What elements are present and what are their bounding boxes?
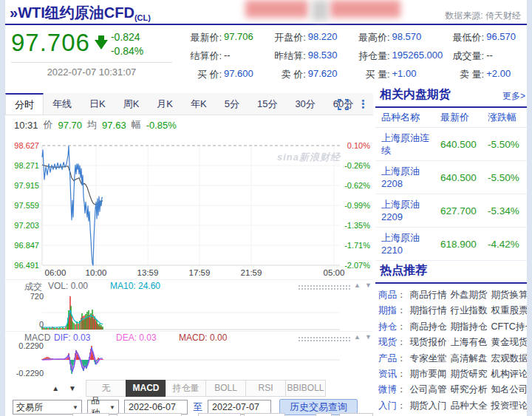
chart-period-tabbar: 分时年线日K周K月K年K5分15分30分60分 ⋮ [5, 93, 373, 115]
hot-category-link[interactable]: 现货 [378, 335, 397, 350]
field-label: 结算价: [180, 50, 222, 63]
indicator-tab-BBIBOLL[interactable]: BBIBOLL [285, 380, 326, 397]
variety-select[interactable]: 品种 ▼ [87, 400, 119, 415]
tab-周K[interactable]: 周K [115, 93, 149, 115]
indicator-tab-RSI[interactable]: RSI [245, 380, 286, 397]
tab-月K[interactable]: 月K [148, 93, 182, 115]
indicator-tab-持仓量[interactable]: 持仓量 [166, 380, 206, 397]
chart-menu-kebab-icon[interactable]: ⋮ [358, 98, 369, 111]
hot-link[interactable]: 商品行情 [410, 287, 447, 303]
hot-link[interactable]: 投资理论 [491, 398, 528, 414]
hot-link[interactable]: 公司高管 [410, 382, 447, 398]
indicator-tab-BOLL[interactable]: BOLL [205, 380, 246, 397]
more-link[interactable]: 更多> [502, 90, 525, 103]
pane-collapse-down-icon[interactable]: ▼ [365, 333, 372, 341]
price-axis-label: 96.491 [14, 261, 39, 270]
tab-5分[interactable]: 5分 [216, 93, 248, 115]
indicator-up-icon[interactable]: ▲ [52, 384, 59, 392]
price-axis-label: 98.271 [14, 161, 39, 170]
hot-category-link[interactable]: 资讯 [378, 366, 397, 382]
hot-link[interactable]: 外盘期货 [451, 287, 488, 303]
pane-collapse-down-icon[interactable]: ▼ [365, 282, 372, 289]
volume-bar [55, 328, 56, 330]
hot-category-link[interactable]: 入门 [378, 398, 397, 414]
hot-link[interactable]: 品种大全 [451, 398, 488, 414]
hot-link[interactable]: 高清解盘 [451, 351, 488, 366]
last-price: 97.706 [11, 28, 90, 58]
sina-watermark: sina新浪财经 [277, 151, 341, 164]
hot-category-link[interactable]: 持仓 [378, 319, 397, 335]
price-down-arrow-icon [95, 40, 108, 50]
hot-link[interactable]: 期货换算 [491, 287, 528, 303]
quote-field: 成交量:-- [443, 50, 527, 63]
intraday-price-chart[interactable]: 98.6270.10%98.271-0.26%97.915-0.62%97.55… [5, 134, 373, 279]
page-frame-left [0, 0, 5, 416]
futures-price: 627.700 [440, 205, 488, 216]
futures-name-link[interactable]: 上海原油2209 [381, 198, 434, 223]
hot-link[interactable]: 行业指数 [451, 303, 488, 318]
sidebar: 相关内盘期货 更多> 品种名称最新价涨跌幅 上海原油连续640.500-5.50… [375, 87, 527, 416]
hot-link[interactable]: 现货报价 [410, 335, 447, 350]
hot-link[interactable]: 期指持仓 [451, 319, 488, 335]
futures-name-link[interactable]: 上海原油2210 [381, 231, 434, 256]
fullscreen-icon[interactable] [338, 99, 349, 110]
hot-link[interactable]: 宏观数据 [491, 351, 528, 366]
exchange-select[interactable]: 交易所 ▼ [13, 400, 82, 415]
tab-30分[interactable]: 30分 [286, 93, 324, 115]
hot-category-link[interactable]: 产品 [378, 351, 397, 366]
tab-日K[interactable]: 日K [81, 93, 115, 115]
macd-pane[interactable]: MACD DIF: 0.03 DEA: 0.03 MACD: 0.00 0.22… [5, 331, 373, 380]
quote-summary: 97.706 -0.824 -0.84% 2022-07-07 10:31:07… [5, 27, 527, 86]
hot-category-link[interactable]: 商品 [378, 287, 397, 303]
tab-15分[interactable]: 15分 [248, 93, 286, 115]
field-value: 98.220 [308, 31, 338, 44]
tab-分时[interactable]: 分时 [5, 93, 44, 115]
hot-link[interactable]: 期市要闻 [410, 366, 447, 382]
volume-bar [44, 328, 46, 330]
hot-link[interactable]: 商品持仓 [410, 319, 447, 335]
cutoff-input [244, 413, 285, 416]
price-axis-label: 98.627 [14, 141, 39, 150]
time-axis-label: 13:59 [137, 268, 159, 277]
hot-link[interactable]: 期货研究 [451, 366, 488, 382]
hot-link[interactable]: 专家坐堂 [410, 351, 447, 366]
price-change: -0.824 [111, 30, 143, 44]
tab-年线[interactable]: 年线 [44, 93, 81, 115]
futures-table-header: 品种名称最新价涨跌幅 [375, 108, 527, 128]
hot-colon: ： [397, 351, 406, 366]
percent-axis-label: -0.99% [344, 201, 370, 210]
pane-collapse-up-icon[interactable]: ▲ [354, 282, 361, 289]
tab-年K[interactable]: 年K [182, 93, 216, 115]
percent-axis-label: -1.71% [344, 241, 370, 250]
hot-link[interactable]: 研究分析 [451, 382, 488, 398]
hot-row: 资讯：期市要闻期货研究机构评论 [378, 366, 527, 382]
pane-collapse-up-icon[interactable]: ▲ [354, 333, 361, 341]
date-to-input[interactable]: 2022-07-07 [208, 400, 271, 415]
hot-category-link[interactable]: 期指 [378, 303, 397, 318]
page-header: »WTI纽约原油CFD(CL) 数据来源: 倚天财经 [5, 0, 527, 25]
date-from-input[interactable]: 2022-06-07 [124, 400, 188, 415]
hot-link[interactable]: 期货入门 [410, 398, 447, 414]
hot-link[interactable]: 黄金现货 [491, 335, 528, 350]
volume-pane[interactable]: 成交 VOL: 0.00 MA10: 24.60 720 0 ▲ ▼ [5, 279, 373, 331]
hot-link[interactable]: CFTC持仓 [491, 319, 532, 335]
futures-name-link[interactable]: 上海原油2208 [381, 165, 434, 190]
indicator-tab-MACD[interactable]: MACD [126, 380, 166, 397]
hot-link[interactable]: 上海有色 [451, 335, 488, 350]
quote-field: 结算价:-- [180, 50, 265, 63]
quote-timestamp: 2022-07-07 10:31:07 [11, 62, 172, 78]
related-futures-header: 相关内盘期货 更多> [375, 87, 527, 108]
futures-col-header: 最新价 [440, 111, 488, 124]
futures-change: -5.50% [488, 139, 531, 150]
hot-link[interactable]: 权重股票 [491, 303, 528, 318]
hot-link[interactable]: 期指行情 [410, 303, 447, 318]
indicator-down-icon[interactable]: ▼ [69, 384, 76, 392]
hot-category-link[interactable]: 微博 [378, 382, 397, 398]
dea-value-label: DEA: 0.03 [116, 333, 157, 343]
price-block: 97.706 -0.824 -0.84% 2022-07-07 10:31:07 [11, 28, 175, 78]
hot-link[interactable]: 知名公司 [491, 382, 528, 398]
info-price: 97.70 [58, 120, 83, 131]
futures-name-link[interactable]: 上海原油连续 [381, 132, 434, 157]
chevron-down-icon: ▼ [109, 404, 115, 411]
hot-link[interactable]: 机构评论 [491, 366, 528, 382]
